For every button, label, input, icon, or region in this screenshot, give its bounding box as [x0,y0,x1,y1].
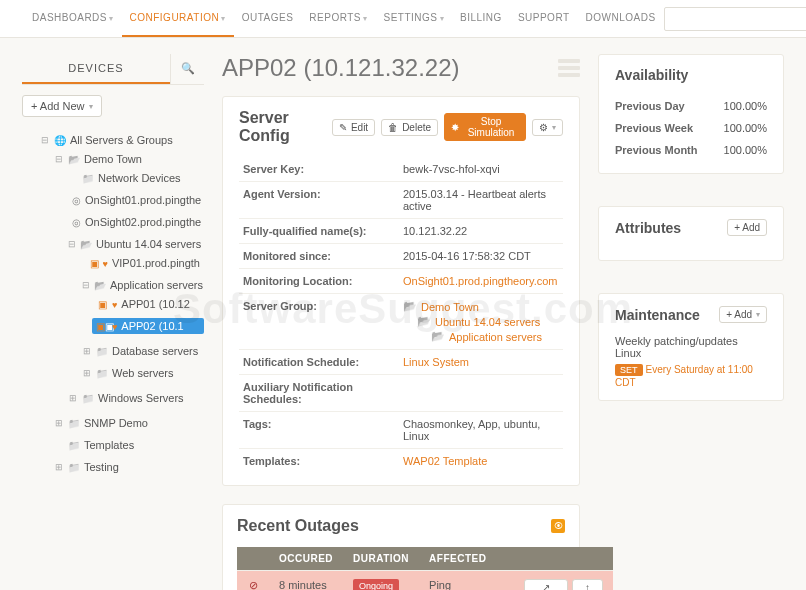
maintenance-title: Maintenance [615,307,700,323]
folder-icon [96,346,108,357]
outage-occured: 8 minutes 10 seconds ago [269,571,343,591]
cfg-value: 2015-04-16 17:58:32 CDT [399,244,563,269]
tree-testing[interactable]: ⊞Testing [50,459,204,475]
error-icon [247,579,259,590]
nav-dashboards[interactable]: DASHBOARDS▾ [24,0,122,37]
globe-icon: 🌐 [54,135,66,146]
tree-vip01[interactable]: VIP01.prod.pingth [78,255,204,271]
cfg-value: 2015.03.14 - Heartbeat alerts active [399,182,563,219]
fire-icon: ✸ [451,122,459,133]
heart-icon [112,298,117,310]
tree-web-servers[interactable]: ⊞Web servers [78,365,204,381]
heart-icon [103,257,108,269]
search-input[interactable] [671,13,806,25]
server-config-panel: Server Config ✎ Edit 🗑 Delete ✸ Stop Sim… [222,96,580,486]
config-table: Server Key:bewk-7vsc-hfol-xqvi Agent Ver… [239,157,563,473]
nav-outages[interactable]: OUTAGES [234,0,302,37]
crumb-link[interactable]: Demo Town [421,301,479,313]
nav-configuration[interactable]: CONFIGURATION▾ [122,0,234,37]
folder-icon [82,393,94,404]
outages-table: OCCURED DURATION AFFECTED 8 minutes 10 s… [237,547,613,590]
crumb-link[interactable]: Ubuntu 14.04 servers [435,316,540,328]
sidebar: DEVICES 🔍 + Add New ▾ ⊟🌐All Servers & Gr… [22,54,204,590]
pencil-icon: ✎ [339,122,347,133]
tree-network-devices[interactable]: Network Devices [64,170,204,186]
nav-reports[interactable]: REPORTS▾ [301,0,375,37]
edit-button[interactable]: ✎ Edit [332,119,375,136]
folder-open-icon [68,154,80,165]
tree-app-servers[interactable]: ⊟Application servers [78,277,204,293]
chevron-down-icon: ▾ [109,14,114,23]
chevron-down-icon: ▾ [440,14,445,23]
nav-billing[interactable]: BILLING [452,0,510,37]
nav-support[interactable]: SUPPORT [510,0,578,37]
delete-button[interactable]: 🗑 Delete [381,119,438,136]
tree-app01[interactable]: APP01 (10.12 [92,296,204,312]
chevron-down-icon: ▾ [552,123,556,132]
server-group-breadcrumb: Demo Town Ubuntu 14.04 servers Applicati… [403,300,559,343]
trash-icon: 🗑 [388,122,398,133]
search-icon: 🔍 [181,62,195,74]
onsight-icon [72,217,81,228]
folder-open-icon [403,300,417,313]
monitoring-location-link[interactable]: OnSight01.prod.pingtheory.com [403,275,558,287]
template-link[interactable]: WAP02 Template [403,455,487,467]
folder-icon [68,418,80,429]
maintenance-panel: Maintenance+ Add ▾ Weekly patching/updat… [598,293,784,401]
tree-root[interactable]: ⊟🌐All Servers & Groups [36,132,204,148]
tree-snmp[interactable]: ⊞SNMP Demo [50,415,204,431]
folder-icon [82,173,94,184]
recent-outages-panel: Recent Outages OCCURED DURATION AFFECTED… [222,504,580,590]
outage-affected: Ping (10.121.32.22): Outage simulation [419,571,514,591]
server-icon [96,299,108,310]
cfg-value [399,375,563,412]
outage-duration: Ongoing [343,571,419,591]
availability-label: Previous Week [615,122,693,134]
sidebar-search-button[interactable]: 🔍 [170,54,204,84]
attributes-title: Attributes [615,220,681,236]
attributes-panel: Attributes+ Add [598,206,784,261]
page-title-row: APP02 (10.121.32.22) [222,54,580,82]
cfg-label: Agent Version: [239,182,399,219]
cfg-value: bewk-7vsc-hfol-xqvi [399,157,563,182]
folder-icon [68,462,80,473]
availability-title: Availability [615,67,688,83]
tab-devices[interactable]: DEVICES [22,54,170,84]
global-search[interactable]: 🔍 [664,7,806,31]
tree-win-servers[interactable]: ⊞Windows Servers [64,390,204,406]
tree-templates[interactable]: Templates [50,437,204,453]
cfg-label: Tags: [239,412,399,449]
details-button[interactable]: ↗ Details [524,579,569,590]
availability-row: Previous Month100.00% [615,139,767,161]
chevron-down-icon: ▾ [756,310,760,319]
nav-downloads[interactable]: DOWNLOADS [578,0,664,37]
chevron-down-icon: ▾ [221,14,226,23]
cfg-label: Monitored since: [239,244,399,269]
availability-panel: Availability Previous Day100.00%Previous… [598,54,784,174]
add-attribute-button[interactable]: + Add [727,219,767,236]
tree-onsight02[interactable]: OnSight02.prod.pingthe [64,214,204,230]
col-duration: DURATION [343,547,419,571]
stop-simulation-button[interactable]: ✸ Stop Simulation [444,113,526,141]
tree-demo-town[interactable]: ⊟Demo Town [50,151,204,167]
chevron-down-icon: ▾ [363,14,368,23]
server-icon [90,258,99,269]
gear-menu-button[interactable]: ⚙ ▾ [532,119,563,136]
tree-onsight01[interactable]: OnSight01.prod.pingthe [64,192,204,208]
add-new-button[interactable]: + Add New ▾ [22,95,102,117]
cfg-label: Fully-qualified name(s): [239,219,399,244]
tree-app02[interactable]: ▣APP02 (10.1 [92,318,204,334]
tree-db-servers[interactable]: ⊞Database servers [78,343,204,359]
nav-settings[interactable]: SETTINGS▾ [376,0,453,37]
cfg-label: Templates: [239,449,399,474]
tree-ubuntu[interactable]: ⊟Ubuntu 14.04 servers [64,236,204,252]
view-toggle-icon[interactable] [558,59,580,77]
notification-schedule-link[interactable]: Linux System [403,356,469,368]
cfg-value: 10.121.32.22 [399,219,563,244]
server-icon: ▣ [96,321,108,332]
cfg-label: Server Key: [239,157,399,182]
crumb-link[interactable]: Application servers [449,331,542,343]
rss-icon[interactable] [551,519,565,533]
add-maintenance-button[interactable]: + Add ▾ [719,306,767,323]
onsight-icon [72,195,81,206]
